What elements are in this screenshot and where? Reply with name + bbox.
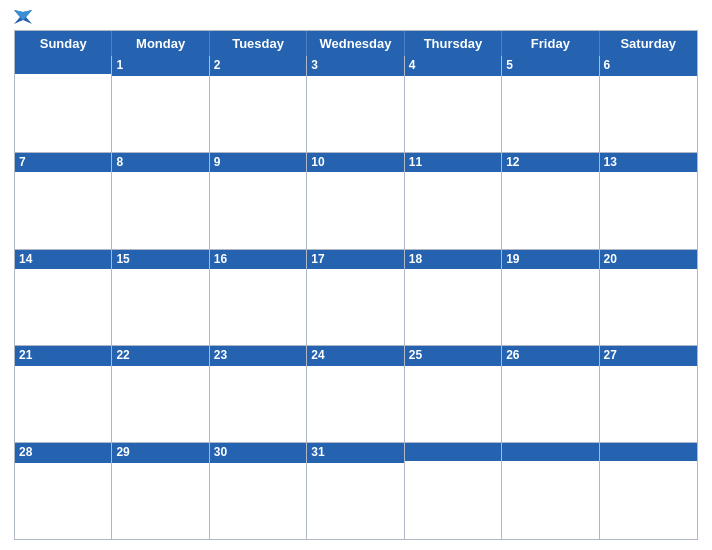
day-content [600, 269, 697, 345]
day-number: 14 [15, 250, 111, 270]
day-cell-7: 7 [15, 153, 112, 249]
day-cell-4: 4 [405, 56, 502, 152]
day-cell-24: 24 [307, 346, 404, 442]
day-cell-23: 23 [210, 346, 307, 442]
day-content [15, 74, 111, 152]
day-cell-1: 1 [112, 56, 209, 152]
day-content [405, 172, 501, 248]
day-cell-empty [405, 443, 502, 539]
day-content [405, 366, 501, 442]
calendar-grid: SundayMondayTuesdayWednesdayThursdayFrid… [14, 30, 698, 540]
day-number: 28 [15, 443, 111, 463]
day-content [112, 76, 208, 152]
day-content [502, 76, 598, 152]
day-cell-30: 30 [210, 443, 307, 539]
day-cell-2: 2 [210, 56, 307, 152]
day-number: 22 [112, 346, 208, 366]
day-content [15, 366, 111, 442]
day-content [210, 366, 306, 442]
day-content [307, 172, 403, 248]
day-content [600, 366, 697, 442]
day-content [600, 76, 697, 152]
day-content [210, 463, 306, 539]
day-number: 8 [112, 153, 208, 173]
week-row-2: 14151617181920 [15, 250, 697, 347]
day-number: 13 [600, 153, 697, 173]
day-header-saturday: Saturday [600, 31, 697, 56]
day-number: 21 [15, 346, 111, 366]
svg-marker-1 [14, 10, 32, 20]
day-number: 3 [307, 56, 403, 76]
day-number: 26 [502, 346, 598, 366]
day-number: 29 [112, 443, 208, 463]
day-number: 30 [210, 443, 306, 463]
day-number: 9 [210, 153, 306, 173]
day-cell-3: 3 [307, 56, 404, 152]
logo-bird-icon [14, 10, 32, 24]
day-cell-26: 26 [502, 346, 599, 442]
day-content [600, 172, 697, 248]
day-cell-10: 10 [307, 153, 404, 249]
day-content [112, 366, 208, 442]
day-content [600, 461, 697, 539]
logo [14, 10, 34, 24]
day-number: 24 [307, 346, 403, 366]
day-header-tuesday: Tuesday [210, 31, 307, 56]
day-header-wednesday: Wednesday [307, 31, 404, 56]
day-cell-27: 27 [600, 346, 697, 442]
day-number [15, 56, 111, 74]
day-cell-19: 19 [502, 250, 599, 346]
day-content [112, 269, 208, 345]
day-cell-5: 5 [502, 56, 599, 152]
day-content [210, 76, 306, 152]
day-cell-14: 14 [15, 250, 112, 346]
day-cell-17: 17 [307, 250, 404, 346]
day-content [405, 461, 501, 539]
day-content [210, 172, 306, 248]
day-content [307, 463, 403, 539]
day-content [112, 463, 208, 539]
day-cell-18: 18 [405, 250, 502, 346]
day-number: 18 [405, 250, 501, 270]
day-number: 7 [15, 153, 111, 173]
day-content [502, 366, 598, 442]
week-row-4: 28293031 [15, 443, 697, 539]
day-header-sunday: Sunday [15, 31, 112, 56]
day-content [502, 461, 598, 539]
day-cell-13: 13 [600, 153, 697, 249]
day-content [307, 366, 403, 442]
day-number: 20 [600, 250, 697, 270]
day-content [307, 76, 403, 152]
day-cell-15: 15 [112, 250, 209, 346]
day-content [502, 269, 598, 345]
day-content [15, 463, 111, 539]
day-cell-11: 11 [405, 153, 502, 249]
day-cell-8: 8 [112, 153, 209, 249]
day-number [502, 443, 598, 461]
day-number: 2 [210, 56, 306, 76]
day-cell-12: 12 [502, 153, 599, 249]
header [14, 10, 698, 24]
day-header-monday: Monday [112, 31, 209, 56]
day-number: 6 [600, 56, 697, 76]
day-number: 1 [112, 56, 208, 76]
day-number: 12 [502, 153, 598, 173]
day-content [112, 172, 208, 248]
day-number: 10 [307, 153, 403, 173]
day-header-thursday: Thursday [405, 31, 502, 56]
day-headers-row: SundayMondayTuesdayWednesdayThursdayFrid… [15, 31, 697, 56]
week-row-0: 123456 [15, 56, 697, 153]
day-cell-empty [600, 443, 697, 539]
day-number: 25 [405, 346, 501, 366]
day-content [502, 172, 598, 248]
day-cell-31: 31 [307, 443, 404, 539]
day-number: 4 [405, 56, 501, 76]
day-cell-21: 21 [15, 346, 112, 442]
day-cell-28: 28 [15, 443, 112, 539]
day-number: 17 [307, 250, 403, 270]
day-number [405, 443, 501, 461]
day-number: 5 [502, 56, 598, 76]
day-content [15, 269, 111, 345]
day-content [405, 269, 501, 345]
day-number [600, 443, 697, 461]
